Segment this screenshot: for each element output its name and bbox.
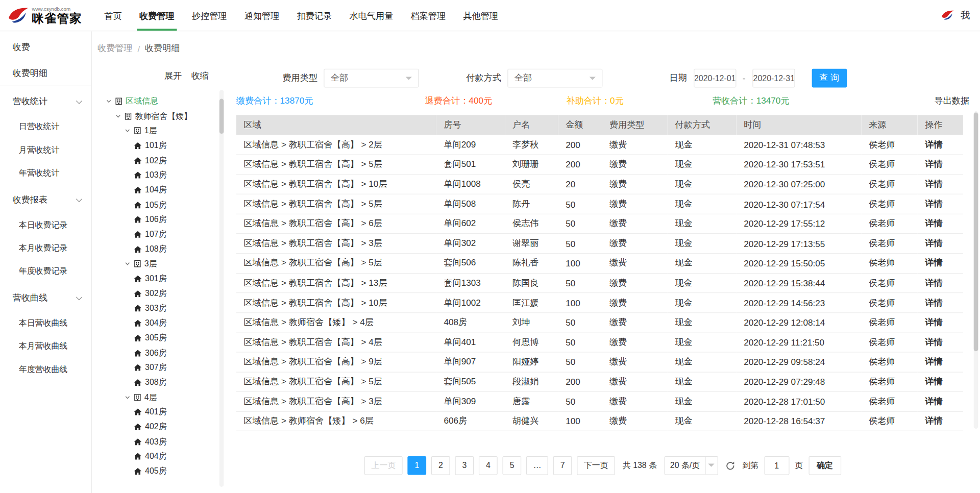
sidebar-subitem[interactable]: 月营收统计 xyxy=(0,138,91,161)
caret-down-icon[interactable] xyxy=(125,261,131,267)
sidebar-item[interactable]: 收费明细 xyxy=(0,60,91,86)
tree-node[interactable]: 102房 xyxy=(92,153,225,168)
tree-node[interactable]: 303房 xyxy=(92,301,225,316)
tree-node[interactable]: 教师宿舍【矮】 xyxy=(92,109,225,124)
sidebar-group: 营收曲线本日营收曲线本月营收曲线年度营收曲线 xyxy=(0,285,91,380)
detail-link[interactable]: 详情 xyxy=(918,234,963,254)
detail-link[interactable]: 详情 xyxy=(918,372,963,392)
detail-link[interactable]: 详情 xyxy=(918,214,963,234)
pagination-page-7[interactable]: 7 xyxy=(553,456,572,475)
tree-scrollbar[interactable] xyxy=(219,90,224,487)
sidebar-subitem[interactable]: 本月收费记录 xyxy=(0,236,91,259)
tree-node[interactable]: 1层 xyxy=(92,124,225,138)
top-nav-item-1[interactable]: 首页 xyxy=(95,0,131,31)
sidebar-subitem[interactable]: 本日营收曲线 xyxy=(0,311,91,334)
tree-node[interactable]: 106房 xyxy=(92,212,225,227)
goto-page-input[interactable] xyxy=(764,456,789,475)
tree-node[interactable]: 402房 xyxy=(92,420,225,434)
page-size-select[interactable]: 20 条/页 xyxy=(665,456,718,475)
chevron-down-icon xyxy=(76,294,82,300)
table-scrollbar[interactable] xyxy=(974,111,978,429)
confirm-button[interactable]: 确定 xyxy=(808,456,841,475)
caret-down-icon[interactable] xyxy=(115,113,121,119)
detail-link[interactable]: 详情 xyxy=(918,352,963,372)
top-nav-item-4[interactable]: 通知管理 xyxy=(236,0,288,31)
refresh-icon[interactable] xyxy=(725,460,736,471)
detail-link[interactable]: 详情 xyxy=(918,332,963,352)
fee-type-select[interactable]: 全部 xyxy=(324,69,419,88)
detail-link[interactable]: 详情 xyxy=(918,313,963,333)
pagination-page-5[interactable]: 5 xyxy=(503,456,522,475)
pagination-page-2[interactable]: 2 xyxy=(431,456,450,475)
sidebar-group-header[interactable]: 收费报表 xyxy=(0,187,91,213)
cell-pay-method: 现金 xyxy=(668,332,737,352)
detail-link[interactable]: 详情 xyxy=(918,194,963,214)
tree-node[interactable]: 104房 xyxy=(92,183,225,198)
tree-node[interactable]: 308房 xyxy=(92,375,225,390)
breadcrumb-parent[interactable]: 收费管理 xyxy=(97,43,133,54)
tree-scrollbar-thumb[interactable] xyxy=(219,98,224,134)
pagination-page-1[interactable]: 1 xyxy=(408,456,427,475)
tree-node[interactable]: 304房 xyxy=(92,316,225,331)
search-button[interactable]: 查 询 xyxy=(812,69,847,88)
tree-node[interactable]: 403房 xyxy=(92,434,225,449)
tree-node[interactable]: 108房 xyxy=(92,242,225,257)
detail-link[interactable]: 详情 xyxy=(918,135,963,155)
pagination-prev[interactable]: 上一页 xyxy=(364,456,403,475)
tree-node[interactable]: 101房 xyxy=(92,138,225,153)
user-menu[interactable]: 我 xyxy=(940,0,970,31)
detail-link[interactable]: 详情 xyxy=(918,411,963,431)
pagination-page-3[interactable]: 3 xyxy=(455,456,474,475)
tree-node[interactable]: 305房 xyxy=(92,331,225,346)
tree-node[interactable]: 4层 xyxy=(92,390,225,405)
detail-link[interactable]: 详情 xyxy=(918,175,963,194)
detail-link[interactable]: 详情 xyxy=(918,155,963,175)
cell-time: 2020-12-30 07:17:54 xyxy=(736,194,861,214)
sidebar-subitem[interactable]: 本月营收曲线 xyxy=(0,334,91,357)
sidebar-subitem[interactable]: 本日收费记录 xyxy=(0,213,91,236)
tree-node[interactable]: 405房 xyxy=(92,464,225,479)
tree-node[interactable]: 302房 xyxy=(92,286,225,301)
detail-link[interactable]: 详情 xyxy=(918,391,963,411)
cell-name: 陈国良 xyxy=(505,273,558,293)
tree-node[interactable]: 404房 xyxy=(92,449,225,464)
top-nav-item-3[interactable]: 抄控管理 xyxy=(183,0,236,31)
sidebar-subitem[interactable]: 年度收费记录 xyxy=(0,259,91,282)
date-from-input[interactable] xyxy=(694,69,736,88)
sidebar-subitem[interactable]: 年营收统计 xyxy=(0,161,91,184)
top-nav-item-8[interactable]: 其他管理 xyxy=(454,0,507,31)
tree-node[interactable]: 3层 xyxy=(92,257,225,272)
tree-node[interactable]: 103房 xyxy=(92,168,225,183)
pagination-next[interactable]: 下一页 xyxy=(577,456,615,475)
tree-node[interactable]: 107房 xyxy=(92,227,225,242)
pay-method-select[interactable]: 全部 xyxy=(507,69,602,88)
date-to-input[interactable] xyxy=(752,69,795,88)
export-data-button[interactable]: 导出数据 xyxy=(935,95,970,107)
top-nav-item-7[interactable]: 档案管理 xyxy=(402,0,454,31)
tree-collapse-button[interactable]: 收缩 xyxy=(191,70,209,82)
top-nav-item-2[interactable]: 收费管理 xyxy=(131,0,183,31)
pagination-page-4[interactable]: 4 xyxy=(479,456,498,475)
brand[interactable]: www.csyndb.com 咪雀管家 xyxy=(0,5,92,26)
tree-node[interactable]: 307房 xyxy=(92,360,225,375)
detail-link[interactable]: 详情 xyxy=(918,273,963,293)
caret-down-icon[interactable] xyxy=(106,98,112,104)
tree-node[interactable]: 306房 xyxy=(92,346,225,360)
sidebar-subitem[interactable]: 日营收统计 xyxy=(0,115,91,138)
top-nav-item-5[interactable]: 扣费记录 xyxy=(288,0,340,31)
sidebar-group-header[interactable]: 营收统计 xyxy=(0,89,91,115)
tree-node[interactable]: 区域信息 xyxy=(92,94,225,109)
sidebar-subitem[interactable]: 年度营收曲线 xyxy=(0,357,91,380)
detail-link[interactable]: 详情 xyxy=(918,293,963,313)
tree-node[interactable]: 105房 xyxy=(92,198,225,212)
sidebar-group-header[interactable]: 营收曲线 xyxy=(0,285,91,311)
caret-down-icon[interactable] xyxy=(125,128,131,134)
sidebar-item[interactable]: 收费 xyxy=(0,34,91,60)
tree-expand-button[interactable]: 展开 xyxy=(164,70,182,82)
tree-node[interactable]: 401房 xyxy=(92,405,225,420)
tree-node[interactable]: 301房 xyxy=(92,272,225,286)
detail-link[interactable]: 详情 xyxy=(918,254,963,274)
caret-down-icon[interactable] xyxy=(125,394,131,400)
top-nav-item-6[interactable]: 水电气用量 xyxy=(340,0,402,31)
table-scrollbar-thumb[interactable] xyxy=(974,112,978,351)
